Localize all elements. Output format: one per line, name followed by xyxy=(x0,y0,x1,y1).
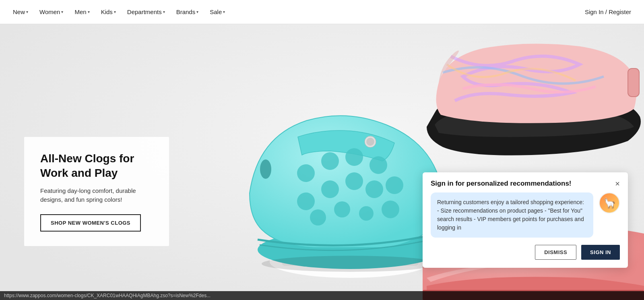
popup-body: Returning customers enjoy a tailored sho… xyxy=(423,192,628,245)
nav-item-men[interactable]: Men ▾ xyxy=(74,8,89,15)
nav-item-new[interactable]: New ▾ xyxy=(13,8,28,15)
dismiss-button[interactable]: DISMISS xyxy=(535,245,576,260)
nav-item-departments[interactable]: Departments ▾ xyxy=(127,8,165,15)
popup-actions: DISMISS SIGN IN xyxy=(423,245,628,268)
browser-status-bar: https://www.zappos.com/women-clogs/CK_XA… xyxy=(0,291,644,300)
nav-items: New ▾ Women ▾ Men ▾ Kids ▾ Departments ▾… xyxy=(13,8,225,15)
hero-description: Featuring day-long comfort, durable desi… xyxy=(40,186,153,205)
svg-point-10 xyxy=(297,192,315,210)
svg-point-7 xyxy=(369,156,387,174)
nav-arrow-kids: ▾ xyxy=(114,10,116,14)
popup-avatar: 🦙 xyxy=(599,192,620,213)
nav-item-women[interactable]: Women ▾ xyxy=(39,8,63,15)
svg-point-14 xyxy=(310,209,326,226)
svg-point-11 xyxy=(321,180,339,198)
nav-arrow-men: ▾ xyxy=(88,10,90,14)
popup-header: Sign in for personalized recommendations… xyxy=(423,172,628,192)
svg-point-13 xyxy=(365,180,383,198)
svg-point-17 xyxy=(260,159,271,179)
nav-arrow-brands: ▾ xyxy=(196,10,198,14)
nav-arrow-new: ▾ xyxy=(26,10,28,14)
popup-close-button[interactable]: × xyxy=(615,180,620,188)
nav-item-brands[interactable]: Brands ▾ xyxy=(176,8,199,15)
main-nav: New ▾ Women ▾ Men ▾ Kids ▾ Departments ▾… xyxy=(0,0,644,24)
svg-point-5 xyxy=(321,152,339,170)
svg-point-4 xyxy=(297,164,315,182)
svg-point-19 xyxy=(366,138,374,146)
nav-arrow-departments: ▾ xyxy=(163,10,165,14)
sign-in-popup: Sign in for personalized recommendations… xyxy=(423,172,628,268)
sign-in-register-link[interactable]: Sign In / Register xyxy=(585,8,631,15)
svg-point-12 xyxy=(345,172,363,190)
popup-title: Sign in for personalized recommendations… xyxy=(431,180,572,188)
svg-point-6 xyxy=(345,148,363,166)
hero-text-block: All-New Clogs for Work and Play Featurin… xyxy=(24,137,169,246)
nav-arrow-sale: ▾ xyxy=(223,10,225,14)
svg-point-8 xyxy=(386,176,403,194)
popup-message-bubble: Returning customers enjoy a tailored sho… xyxy=(431,192,593,238)
sign-in-button[interactable]: SIGN IN xyxy=(581,245,620,260)
svg-point-22 xyxy=(262,256,439,272)
svg-point-15 xyxy=(334,201,350,217)
svg-point-16 xyxy=(359,206,374,221)
svg-rect-20 xyxy=(628,68,639,97)
svg-point-9 xyxy=(382,201,399,218)
nav-item-sale[interactable]: Sale ▾ xyxy=(210,8,225,15)
hero-section: All-New Clogs for Work and Play Featurin… xyxy=(0,24,644,300)
nav-arrow-women: ▾ xyxy=(61,10,63,14)
nav-item-kids[interactable]: Kids ▾ xyxy=(101,8,116,15)
hero-title: All-New Clogs for Work and Play xyxy=(40,151,153,181)
shop-cta-button[interactable]: SHOP NEW WOMEN'S CLOGS xyxy=(40,214,141,232)
